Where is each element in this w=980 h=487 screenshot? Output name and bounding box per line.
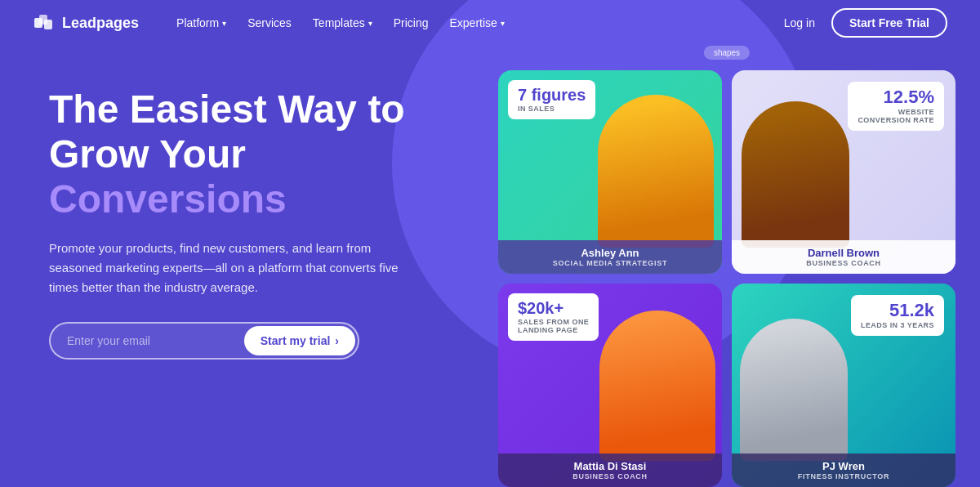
mattia-silhouette <box>599 311 715 461</box>
arrow-icon: › <box>335 334 339 347</box>
hero-title: The Easiest Way to Grow Your Conversions <box>49 87 490 222</box>
svg-rect-2 <box>44 20 52 29</box>
darnell-name: Darnell Brown <box>742 247 946 259</box>
pj-stat: 51.2k LEADS IN 3 YEARS <box>851 295 944 336</box>
platform-chevron-icon: ▾ <box>222 19 226 28</box>
pj-stat-value: 51.2k <box>861 302 934 319</box>
logo[interactable]: Leadpages <box>33 11 139 34</box>
card-ashley: 7 figures IN SALES Ashley Ann SOCIAL MED… <box>498 70 722 274</box>
expertise-chevron-icon: ▾ <box>501 19 505 28</box>
login-link[interactable]: Log in <box>784 16 815 29</box>
pj-role: FITNESS INSTRUCTOR <box>742 472 946 480</box>
pj-silhouette <box>740 319 848 461</box>
ashley-stat: 7 figures IN SALES <box>508 80 595 119</box>
darnell-nametag: Darnell Brown BUSINESS COACH <box>732 240 956 274</box>
darnell-silhouette <box>742 101 849 248</box>
darnell-role: BUSINESS COACH <box>742 259 946 267</box>
start-free-trial-button[interactable]: Start Free Trial <box>831 8 947 38</box>
ashley-silhouette <box>598 95 714 248</box>
pj-stat-label: LEADS IN 3 YEARS <box>861 321 934 329</box>
cards-grid: 7 figures IN SALES Ashley Ann SOCIAL MED… <box>490 54 964 487</box>
navbar: Leadpages Platform ▾ Services Templates … <box>0 0 980 46</box>
ashley-stat-value: 7 figures <box>518 87 586 103</box>
mattia-stat: $20k+ SALES FROM ONE LANDING PAGE <box>508 293 599 341</box>
ashley-nametag: Ashley Ann SOCIAL MEDIA STRATEGIST <box>498 240 722 274</box>
templates-chevron-icon: ▾ <box>368 19 372 28</box>
start-trial-button[interactable]: Start my trial › <box>244 326 355 355</box>
ashley-role: SOCIAL MEDIA STRATEGIST <box>508 259 712 267</box>
darnell-stat-value: 12.5% <box>858 88 934 106</box>
darnell-stat-label: WEBSITE CONVERSION RATE <box>858 108 934 124</box>
darnell-stat: 12.5% WEBSITE CONVERSION RATE <box>848 82 944 131</box>
nav-platform[interactable]: Platform ▾ <box>168 11 234 34</box>
ashley-name: Ashley Ann <box>508 247 712 259</box>
ashley-stat-label: IN SALES <box>518 105 586 113</box>
email-form: Start my trial › <box>49 322 359 360</box>
hero-right: shapes 7 figures IN SALES Ashley Ann SOC… <box>490 54 964 487</box>
nav-services[interactable]: Services <box>239 11 300 34</box>
pj-nametag: PJ Wren FITNESS INSTRUCTOR <box>732 453 956 487</box>
card-mattia: $20k+ SALES FROM ONE LANDING PAGE Mattia… <box>498 284 722 487</box>
card-darnell: 12.5% WEBSITE CONVERSION RATE Darnell Br… <box>732 70 956 274</box>
email-input[interactable] <box>51 324 242 357</box>
shapes-badge: shapes <box>704 46 750 60</box>
hero-left: The Easiest Way to Grow Your Conversions… <box>49 70 490 360</box>
hero-section: The Easiest Way to Grow Your Conversions… <box>0 46 980 487</box>
card-pj: 51.2k LEADS IN 3 YEARS PJ Wren FITNESS I… <box>732 284 956 487</box>
mattia-stat-label: SALES FROM ONE LANDING PAGE <box>518 318 589 334</box>
nav-actions: Log in Start Free Trial <box>784 8 947 38</box>
pj-name: PJ Wren <box>742 460 946 472</box>
nav-templates[interactable]: Templates ▾ <box>305 11 381 34</box>
mattia-stat-value: $20k+ <box>518 300 589 316</box>
nav-expertise[interactable]: Expertise ▾ <box>441 11 512 34</box>
mattia-name: Mattia Di Stasi <box>508 460 712 472</box>
nav-pricing[interactable]: Pricing <box>385 11 437 34</box>
hero-subtitle: Promote your products, find new customer… <box>49 239 408 297</box>
mattia-nametag: Mattia Di Stasi BUSINESS COACH <box>498 453 722 487</box>
mattia-role: BUSINESS COACH <box>508 472 712 480</box>
nav-links: Platform ▾ Services Templates ▾ Pricing … <box>168 11 784 34</box>
